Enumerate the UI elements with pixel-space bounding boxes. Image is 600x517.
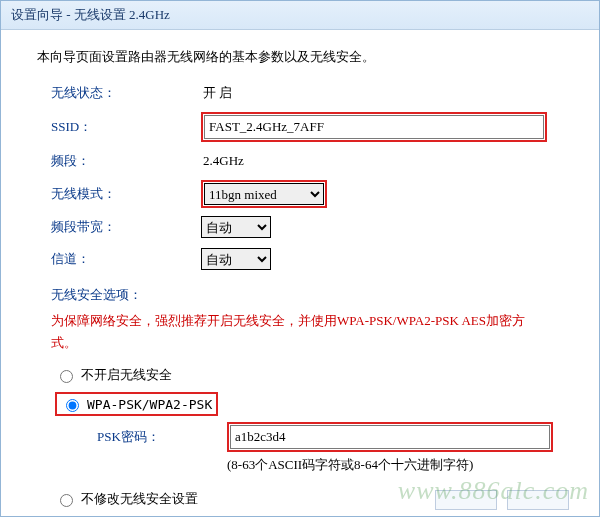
radio-wpa[interactable] [66,399,79,412]
security-warning: 为保障网络安全，强烈推荐开启无线安全，并使用WPA-PSK/WPA2-PSK A… [51,310,549,354]
psk-input[interactable] [230,425,550,449]
mode-highlight: 11bgn mixed [201,180,327,208]
next-button[interactable] [507,490,569,510]
ssid-input[interactable] [204,115,544,139]
band-value: 2.4GHz [201,153,244,169]
mode-select[interactable]: 11bgn mixed [204,183,324,205]
radio-wpa-label: WPA-PSK/WPA2-PSK [87,397,212,412]
psk-label: PSK密码： [97,428,227,446]
intro-text: 本向导页面设置路由器无线网络的基本参数以及无线安全。 [37,48,569,66]
status-label: 无线状态： [51,84,201,102]
psk-hint: (8-63个ASCII码字符或8-64个十六进制字符) [227,456,569,474]
ssid-label: SSID： [51,118,201,136]
ssid-highlight [201,112,547,142]
security-section-title: 无线安全选项： [51,286,569,304]
channel-select[interactable]: 自动 [201,248,271,270]
radio-keep[interactable] [60,494,73,507]
page-title: 设置向导 - 无线设置 2.4GHz [11,7,170,22]
radio-none-label: 不开启无线安全 [81,366,172,384]
title-bar: 设置向导 - 无线设置 2.4GHz [1,1,599,30]
radio-keep-label: 不修改无线安全设置 [81,490,198,508]
radio-none[interactable] [60,370,73,383]
band-label: 频段： [51,152,201,170]
psk-highlight [227,422,553,452]
bandwidth-label: 频段带宽： [51,218,201,236]
status-value: 开 启 [201,84,232,102]
mode-label: 无线模式： [51,185,201,203]
radio-wpa-highlight: WPA-PSK/WPA2-PSK [55,392,218,416]
channel-label: 信道： [51,250,201,268]
bandwidth-select[interactable]: 自动 [201,216,271,238]
prev-button[interactable] [435,490,497,510]
